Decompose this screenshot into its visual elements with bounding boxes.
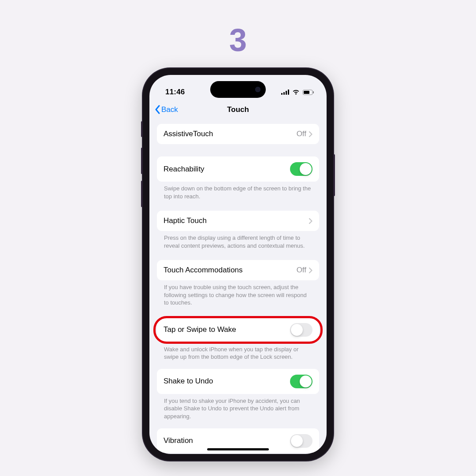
- row-value: Off: [297, 266, 306, 275]
- footer-text: Wake and unlock iPhone when you tap the …: [157, 342, 319, 361]
- row-assistivetouch[interactable]: AssistiveTouch Off: [157, 124, 319, 144]
- svg-rect-1: [283, 92, 285, 95]
- silence-switch: [141, 121, 143, 137]
- content: AssistiveTouch Off Reachability Swipe do…: [149, 118, 327, 453]
- volume-up-button: [141, 148, 143, 174]
- footer-text: If you have trouble using the touch scre…: [157, 280, 319, 307]
- battery-icon: [302, 89, 314, 95]
- chevron-right-icon: [309, 268, 312, 273]
- camera-icon: [255, 87, 260, 92]
- chevron-right-icon: [309, 218, 312, 224]
- nav-title: Touch: [227, 105, 249, 114]
- row-tap-swipe-to-wake[interactable]: Tap or Swipe to Wake: [157, 317, 319, 342]
- home-indicator[interactable]: [207, 448, 269, 450]
- row-touch-accommodations[interactable]: Touch Accommodations Off: [157, 260, 319, 280]
- svg-rect-6: [313, 91, 314, 93]
- chevron-left-icon: [155, 105, 160, 114]
- wifi-icon: [292, 89, 300, 95]
- footer-text: If you tend to shake your iPhone by acci…: [157, 394, 319, 420]
- screen: 11:46 Back Touch AssistiveTouch Off: [149, 75, 327, 454]
- step-number: 3: [229, 22, 247, 58]
- footer-text: Swipe down on the bottom edge of the scr…: [157, 182, 319, 200]
- tap-to-wake-toggle[interactable]: [290, 323, 312, 337]
- row-haptic-touch[interactable]: Haptic Touch: [157, 211, 319, 231]
- row-value: Off: [297, 130, 306, 138]
- row-label: Vibration: [164, 436, 193, 445]
- vibration-toggle[interactable]: [290, 434, 312, 448]
- volume-down-button: [141, 181, 143, 207]
- cellular-icon: [281, 89, 290, 95]
- footer-text: Press on the display using a different l…: [157, 231, 319, 249]
- svg-rect-0: [281, 93, 283, 95]
- row-label: AssistiveTouch: [164, 130, 213, 138]
- row-label: Reachability: [164, 165, 205, 174]
- power-button: [333, 154, 335, 196]
- svg-rect-3: [288, 89, 289, 95]
- shake-to-undo-toggle[interactable]: [290, 375, 312, 388]
- svg-rect-2: [286, 91, 287, 95]
- row-label: Haptic Touch: [164, 216, 207, 225]
- dynamic-island: [210, 81, 266, 98]
- row-label: Touch Accommodations: [164, 266, 243, 275]
- phone-frame: 11:46 Back Touch AssistiveTouch Off: [143, 68, 333, 461]
- row-label: Shake to Undo: [164, 377, 213, 386]
- row-label: Tap or Swipe to Wake: [164, 325, 236, 334]
- row-shake-to-undo[interactable]: Shake to Undo: [157, 369, 319, 394]
- nav-bar: Back Touch: [149, 100, 327, 118]
- status-time: 11:46: [165, 88, 185, 97]
- svg-rect-5: [304, 91, 309, 94]
- reachability-toggle[interactable]: [290, 162, 312, 176]
- back-label: Back: [161, 105, 178, 114]
- chevron-right-icon: [309, 131, 312, 137]
- back-button[interactable]: Back: [155, 105, 178, 114]
- row-reachability[interactable]: Reachability: [157, 156, 319, 182]
